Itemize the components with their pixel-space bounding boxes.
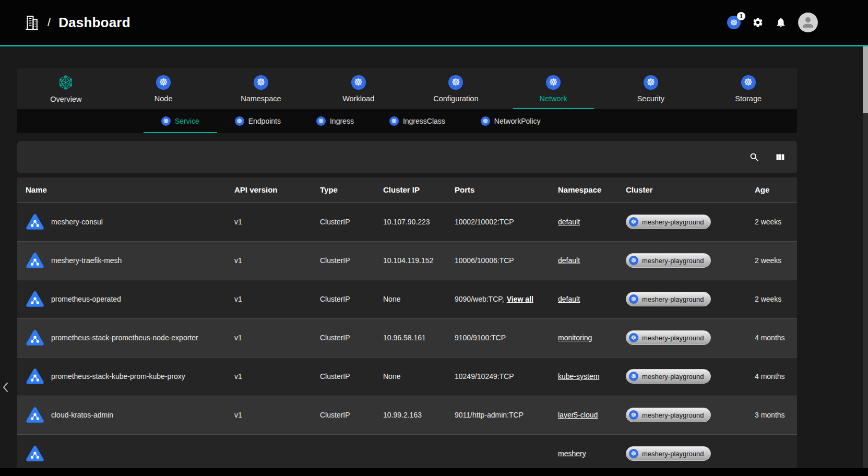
cluster-chip-label: meshery-playground	[642, 295, 704, 303]
column-header-name[interactable]: Name	[17, 177, 226, 203]
service-name: prometheus-stack-prometheus-node-exporte…	[51, 334, 198, 342]
tab-configuration[interactable]: ☸ Configuration	[407, 68, 505, 109]
namespace-link[interactable]: kube-system	[558, 372, 599, 380]
column-header-type[interactable]: Type	[312, 177, 375, 203]
column-header-cluster[interactable]: Cluster	[617, 177, 746, 203]
service-icon	[26, 290, 44, 308]
namespace-link[interactable]: default	[558, 218, 580, 226]
namespace-link[interactable]: default	[558, 295, 580, 303]
subtab-label: Ingress	[330, 117, 354, 125]
tab-label: Configuration	[433, 94, 478, 103]
user-avatar[interactable]	[798, 13, 818, 32]
subtab-ingressclass[interactable]: ☸ IngressClass	[372, 109, 463, 133]
ports-text: 10249/10249:TCP	[455, 372, 514, 380]
subtab-networkpolicy[interactable]: ☸ NetworkPolicy	[463, 109, 558, 133]
namespace-link[interactable]: layer5-cloud	[558, 411, 598, 419]
column-header-api-version[interactable]: API version	[226, 177, 312, 203]
subtab-ingress[interactable]: ☸ Ingress	[299, 109, 372, 133]
api-version-cell: v1	[226, 396, 312, 434]
subtab-service[interactable]: ☸ Service	[144, 109, 217, 133]
column-header-ports[interactable]: Ports	[446, 177, 550, 203]
age-cell: 4 months	[746, 357, 797, 396]
scrollbar-thumb[interactable]	[863, 46, 868, 113]
resource-category-tabs: Overview ☸ Node ☸ Namespace ☸ Workload ☸…	[17, 68, 797, 109]
cluster-ip-cell	[375, 434, 446, 470]
service-icon	[26, 367, 44, 386]
cluster-chip-label: meshery-playground	[642, 218, 704, 226]
vertical-scrollbar[interactable]	[863, 46, 868, 476]
column-header-age[interactable]: Age	[746, 177, 797, 203]
table-row[interactable]: meshery ☸ meshery-playground	[17, 434, 797, 470]
tab-workload[interactable]: ☸ Workload	[310, 68, 407, 109]
tab-storage[interactable]: ☸ Storage	[699, 68, 797, 109]
kubernetes-icon: ☸	[629, 294, 638, 304]
table-row[interactable]: cloud-kratos-admin v1 ClusterIP 10.99.2.…	[17, 396, 797, 434]
tab-label: Workload	[342, 94, 374, 103]
person-icon	[800, 15, 816, 30]
organization-building-icon	[24, 14, 40, 31]
view-columns-button[interactable]	[775, 152, 786, 163]
tab-label: Namespace	[241, 94, 281, 103]
api-version-cell: v1	[226, 241, 312, 280]
kubernetes-icon: ☸	[741, 75, 756, 90]
age-cell: 2 weeks	[746, 280, 797, 318]
cluster-chip[interactable]: ☸ meshery-playground	[626, 369, 711, 384]
kubernetes-icon: ☸	[448, 75, 463, 90]
ports-cell	[446, 434, 550, 470]
table-row[interactable]: prometheus-operated v1 ClusterIP None 90…	[17, 280, 797, 318]
subtab-endpoints[interactable]: ☸ Endpoints	[217, 109, 299, 133]
notifications-button[interactable]	[775, 17, 787, 28]
view-all-link[interactable]: View all	[507, 295, 533, 303]
ports-text: 9100/9100:TCP	[455, 334, 506, 342]
service-table-body: meshery-consul v1 ClusterIP 10.107.90.22…	[17, 203, 797, 470]
kubernetes-icon: ☸	[254, 75, 268, 90]
kubernetes-icon: ☸	[629, 372, 638, 381]
kubernetes-icon: ☸	[644, 75, 658, 90]
dashboard-main: Overview ☸ Node ☸ Namespace ☸ Workload ☸…	[17, 68, 797, 470]
type-cell: ClusterIP	[312, 280, 375, 318]
kubernetes-icon: ☸	[629, 217, 638, 227]
type-cell	[312, 434, 375, 470]
page-title: Dashboard	[58, 15, 130, 31]
cluster-chip[interactable]: ☸ meshery-playground	[626, 215, 711, 229]
service-name: cloud-kratos-admin	[51, 411, 113, 419]
api-version-cell: v1	[226, 203, 312, 241]
bell-icon	[775, 17, 787, 28]
service-icon	[26, 406, 44, 424]
tab-namespace[interactable]: ☸ Namespace	[212, 68, 310, 109]
cluster-chip[interactable]: ☸ meshery-playground	[626, 292, 711, 306]
table-row[interactable]: meshery-consul v1 ClusterIP 10.107.90.22…	[17, 203, 797, 241]
tab-network[interactable]: ☸ Network	[505, 68, 602, 109]
kubernetes-context-button[interactable]: ☸ 1	[727, 16, 741, 29]
cluster-chip[interactable]: ☸ meshery-playground	[626, 330, 711, 345]
column-header-namespace[interactable]: Namespace	[550, 177, 617, 203]
settings-button[interactable]	[752, 17, 764, 28]
network-subtabs: ☸ Service ☸ Endpoints ☸ Ingress ☸ Ingres…	[17, 109, 797, 133]
cluster-chip-label: meshery-playground	[642, 450, 704, 458]
namespace-link[interactable]: meshery	[558, 449, 586, 458]
namespace-link[interactable]: monitoring	[558, 334, 592, 342]
subtab-label: NetworkPolicy	[494, 117, 541, 125]
horizontal-scrollbar[interactable]	[0, 468, 868, 476]
breadcrumb: / Dashboard	[24, 14, 130, 31]
cluster-chip[interactable]: ☸ meshery-playground	[626, 408, 711, 422]
tab-overview[interactable]: Overview	[17, 68, 115, 109]
subtab-label: IngressClass	[403, 117, 445, 125]
age-cell: 4 months	[746, 318, 797, 357]
table-row[interactable]: meshery-traefik-mesh v1 ClusterIP 10.104…	[17, 241, 797, 280]
search-button[interactable]	[749, 152, 760, 163]
table-row[interactable]: prometheus-stack-prometheus-node-exporte…	[17, 318, 797, 357]
cluster-chip[interactable]: ☸ meshery-playground	[626, 253, 711, 268]
cluster-chip[interactable]: ☸ meshery-playground	[626, 446, 711, 461]
type-cell: ClusterIP	[312, 357, 375, 396]
tab-label: Storage	[735, 94, 762, 103]
tab-label: Overview	[50, 95, 81, 103]
collapse-drawer-button[interactable]	[1, 380, 10, 395]
tab-node[interactable]: ☸ Node	[115, 68, 212, 109]
subtab-label: Service	[175, 117, 199, 125]
column-header-cluster-ip[interactable]: Cluster IP	[375, 177, 446, 203]
table-row[interactable]: prometheus-stack-kube-prom-kube-proxy v1…	[17, 357, 797, 396]
cluster-ip-cell: 10.107.90.223	[375, 203, 446, 241]
namespace-link[interactable]: default	[558, 256, 580, 265]
tab-security[interactable]: ☸ Security	[602, 68, 700, 109]
